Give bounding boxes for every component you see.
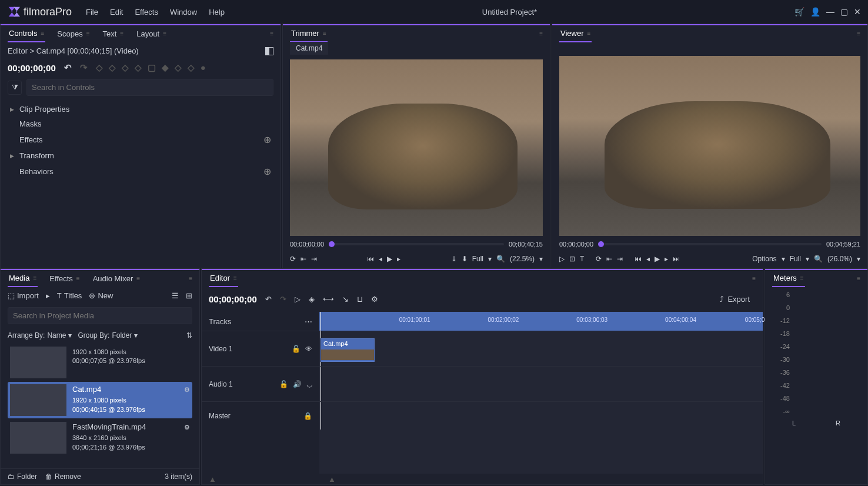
go-start-icon[interactable]: ⏮ (635, 255, 642, 263)
user-icon[interactable]: 👤 (810, 7, 820, 16)
gear-icon[interactable]: ⚙ (184, 385, 190, 394)
media-item[interactable]: FastMovingTrain.mp4 3840 x 2160 pixels 0… (8, 420, 192, 456)
kf-add-icon[interactable]: ◇ (109, 62, 116, 73)
scale-dropdown[interactable]: Full (790, 255, 801, 263)
chevron-down-icon[interactable]: ▾ (539, 255, 543, 263)
media-search-input[interactable] (8, 307, 192, 324)
tree-clip-properties[interactable]: ▶Clip Properties (8, 102, 273, 116)
playhead-icon[interactable] (329, 241, 335, 247)
menu-file[interactable]: File (86, 8, 98, 16)
viewer-scrubber[interactable] (598, 243, 822, 245)
overwrite-icon[interactable]: ⬇ (462, 255, 468, 263)
minimize-icon[interactable]: — (826, 7, 834, 16)
tab-text[interactable]: Text≡ (101, 26, 125, 42)
kf-icon[interactable]: ◆ (162, 62, 169, 73)
folder-button[interactable]: 🗀Folder (8, 472, 37, 481)
text-icon[interactable]: T (580, 255, 584, 263)
panel-menu-icon[interactable]: ≡ (189, 275, 192, 282)
trimmer-scrubber[interactable] (329, 243, 504, 245)
tab-meters[interactable]: Meters≡ (772, 270, 805, 287)
kf-icon[interactable]: ◇ (135, 62, 142, 73)
close-icon[interactable]: ✕ (854, 7, 861, 16)
grid-view-icon[interactable]: ⊞ (186, 291, 192, 300)
eye-icon[interactable]: 👁 (305, 345, 312, 353)
kf-icon[interactable]: ▢ (148, 62, 156, 73)
timeline-clip[interactable]: Cat.mp4 (321, 338, 375, 362)
search-icon[interactable]: 🔍 (814, 255, 823, 263)
media-item[interactable]: Cat.mp4 1920 x 1080 pixels 00;00;40;15 @… (8, 382, 192, 418)
menu-help[interactable]: Help (209, 8, 225, 16)
import-button[interactable]: ⬚Import (8, 291, 39, 300)
in-point-icon[interactable]: ⇤ (301, 255, 306, 263)
kf-next-icon[interactable]: ◇ (122, 62, 129, 73)
tab-trimmer[interactable]: Trimmer≡ (290, 25, 328, 42)
rate-tool-icon[interactable]: ↘ (342, 295, 349, 304)
track-content[interactable] (319, 402, 763, 430)
tree-masks[interactable]: Masks (8, 116, 273, 131)
razor-tool-icon[interactable]: ◈ (309, 295, 315, 304)
undo-icon[interactable]: ↶ (64, 62, 72, 73)
arrange-dropdown[interactable]: Arrange By: Name ▾ (8, 331, 72, 339)
tab-layout[interactable]: Layout≡ (135, 26, 168, 42)
kf-prev-icon[interactable]: ◇ (96, 62, 103, 73)
tab-scopes[interactable]: Scopes≡ (56, 26, 91, 42)
kf-icon[interactable]: ● (201, 62, 206, 73)
new-button[interactable]: ⊕New (89, 291, 113, 300)
search-icon[interactable]: 🔍 (496, 255, 505, 263)
add-icon[interactable]: ⊕ (263, 166, 271, 177)
options-dropdown[interactable]: Options (752, 255, 776, 263)
track-content[interactable]: Cat.mp4 (319, 331, 763, 366)
select-icon[interactable]: ▷ (559, 255, 565, 263)
slip-tool-icon[interactable]: ⟷ (323, 295, 334, 304)
loop-icon[interactable]: ⟳ (290, 255, 296, 263)
step-fwd-icon[interactable]: ▸ (665, 255, 668, 263)
tab-effects[interactable]: Effects≡ (48, 271, 81, 287)
sort-icon[interactable]: ⇅ (186, 331, 192, 339)
gear-icon[interactable]: ⚙ (184, 423, 190, 432)
titles-button[interactable]: TTitles (57, 291, 82, 300)
select-tool-icon[interactable]: ▷ (295, 295, 301, 304)
crop-icon[interactable]: ⊡ (569, 255, 575, 263)
chevron-right-icon[interactable]: ▸ (46, 291, 50, 300)
tab-editor[interactable]: Editor≡ (209, 270, 238, 287)
cart-icon[interactable]: 🛒 (794, 7, 804, 16)
tree-effects[interactable]: Effects⊕ (8, 131, 273, 148)
kf-icon[interactable]: ◇ (188, 62, 195, 73)
filter-icon[interactable]: ⧩ (8, 81, 22, 95)
out-point-icon[interactable]: ⇥ (617, 255, 623, 263)
tab-menu-icon[interactable]: ≡ (41, 30, 44, 36)
lock-icon[interactable]: 🔓 (279, 380, 288, 388)
tree-behaviors[interactable]: Behaviors⊕ (8, 163, 273, 180)
trimmer-clip-tab[interactable]: Cat.mp4 (290, 42, 328, 55)
panel-menu-icon[interactable]: ≡ (857, 275, 860, 282)
in-point-icon[interactable]: ⇤ (606, 255, 612, 263)
play-icon[interactable]: ▶ (655, 255, 660, 263)
go-end-icon[interactable]: ⏭ (673, 255, 680, 263)
remove-button[interactable]: 🗑Remove (45, 472, 81, 481)
controls-timecode[interactable]: 00;00;00;00 (8, 63, 56, 73)
panel-menu-icon[interactable]: ≡ (539, 31, 543, 37)
trimmer-preview[interactable] (290, 59, 543, 236)
chevron-down-icon[interactable]: ▾ (782, 255, 785, 263)
editor-timecode[interactable]: 00;00;00;00 (209, 294, 257, 304)
playhead[interactable] (321, 312, 321, 331)
controls-search-input[interactable] (26, 79, 273, 96)
waveform-icon[interactable]: ◡ (306, 380, 312, 388)
tab-audio-mixer[interactable]: Audio Mixer≡ (92, 271, 141, 287)
go-start-icon[interactable]: ⏮ (367, 255, 374, 263)
tab-media[interactable]: Media≡ (8, 270, 38, 287)
step-back-icon[interactable]: ◂ (646, 255, 650, 263)
menu-effects[interactable]: Effects (135, 8, 158, 16)
step-back-icon[interactable]: ◂ (379, 255, 382, 263)
export-button[interactable]: ⤴Export (714, 292, 756, 306)
menu-edit[interactable]: Edit (110, 8, 123, 16)
track-content[interactable] (319, 367, 763, 401)
lock-icon[interactable]: 🔒 (303, 412, 312, 420)
undo-icon[interactable]: ↶ (265, 295, 272, 304)
volume-icon[interactable]: 🔊 (293, 380, 302, 388)
viewer-preview[interactable] (559, 56, 860, 236)
scale-dropdown[interactable]: Full (472, 255, 483, 263)
group-dropdown[interactable]: Group By: Folder ▾ (78, 331, 138, 339)
zoom-in-marker-icon[interactable]: ▲ (328, 475, 336, 484)
panel-menu-icon[interactable]: ≡ (857, 31, 860, 37)
